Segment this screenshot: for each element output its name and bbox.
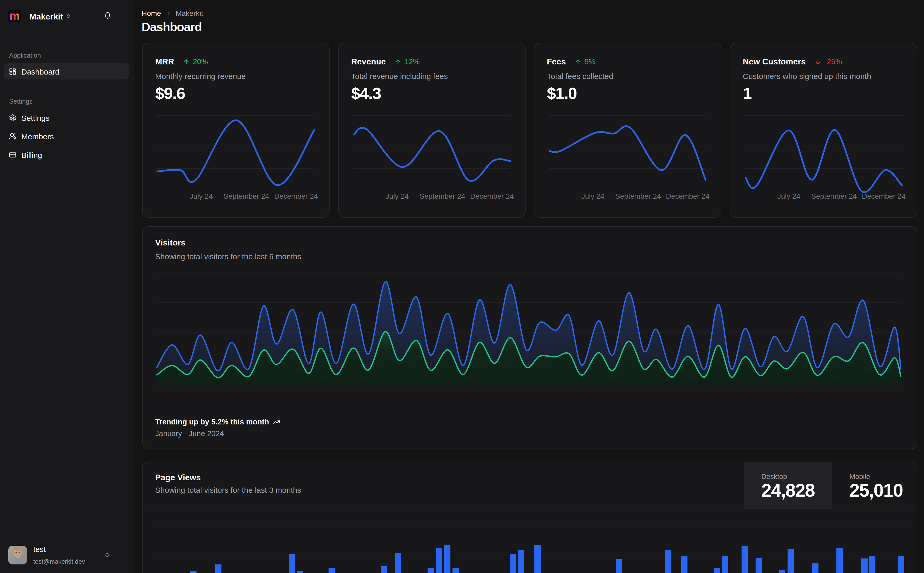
svg-text:m: m [9, 10, 20, 22]
